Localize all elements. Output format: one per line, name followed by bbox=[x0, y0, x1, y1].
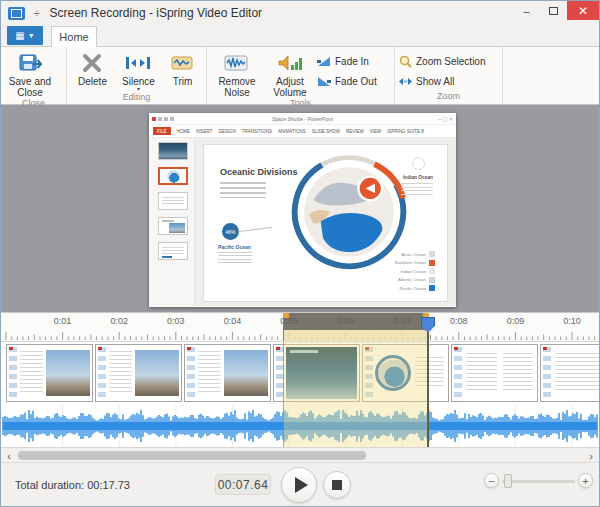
app-icon bbox=[8, 7, 25, 20]
legend-row: Atlantic Ocean bbox=[395, 277, 435, 283]
ribbon-group-zoom: Zoom Selection Show All Zoom bbox=[395, 47, 503, 104]
slide-title: Oceanic Divisions bbox=[220, 167, 298, 177]
legend-label: Southern Ocean bbox=[395, 260, 426, 265]
save-and-close-label: Save and Close bbox=[5, 76, 55, 98]
pacific-ocean-text bbox=[218, 252, 252, 264]
ppt-slide-panel bbox=[149, 138, 195, 306]
play-button[interactable] bbox=[281, 467, 317, 503]
close-button[interactable]: ✕ bbox=[567, 1, 599, 20]
indian-ocean-label: Indian Ocean bbox=[403, 175, 433, 180]
fade-out-icon bbox=[317, 76, 331, 87]
app-window: ÷ Screen Recording - iSpring Video Edito… bbox=[0, 0, 600, 507]
minimize-button[interactable]: – bbox=[513, 1, 540, 20]
delete-button[interactable]: Delete bbox=[71, 49, 114, 87]
quick-access-icon[interactable]: ÷ bbox=[34, 8, 40, 19]
scroll-left-arrow[interactable]: ‹ bbox=[3, 449, 15, 462]
zoom-in-button[interactable]: + bbox=[578, 473, 593, 488]
tab-home[interactable]: Home bbox=[51, 26, 97, 47]
legend-label: Arctic Ocean bbox=[401, 252, 426, 257]
group-label-zoom: Zoom bbox=[395, 91, 502, 104]
ppt-current-slide: Oceanic Divisions bbox=[203, 144, 448, 302]
adjust-volume-button[interactable]: Adjust Volume bbox=[265, 49, 315, 98]
zoom-slider-handle[interactable] bbox=[504, 474, 512, 488]
app-menu-button[interactable]: ▦ ▼ bbox=[7, 26, 43, 45]
trim-button[interactable]: Trim bbox=[163, 49, 202, 87]
timeline-selection-ruler[interactable] bbox=[283, 313, 429, 341]
ppt-tab-insert: INSERT bbox=[196, 129, 212, 134]
trim-label: Trim bbox=[173, 76, 193, 87]
filmstrip-frame-ocean[interactable] bbox=[273, 344, 360, 402]
chevron-down-icon: ▼ bbox=[28, 32, 35, 39]
fade-out-button[interactable]: Fade Out bbox=[317, 73, 377, 89]
audio-waveform-track[interactable] bbox=[1, 405, 599, 447]
ppt-tab-slide-show: SLIDE SHOW bbox=[312, 129, 340, 134]
ppt-tab-file: FILE bbox=[153, 127, 171, 135]
ppt-tab-view: VIEW bbox=[370, 129, 382, 134]
save-and-close-button[interactable]: Save and Close bbox=[5, 49, 55, 98]
fade-out-label: Fade Out bbox=[335, 76, 377, 87]
ribbon-tab-row: ▦ ▼ Home bbox=[1, 25, 599, 46]
silence-icon bbox=[125, 51, 151, 75]
delete-icon bbox=[81, 51, 103, 75]
filmstrip-frame-textdark[interactable] bbox=[540, 344, 600, 402]
legend-swatch bbox=[429, 277, 435, 283]
ppt-window-title: Space Shuttle - PowerPoint bbox=[149, 116, 456, 122]
adjust-volume-label: Adjust Volume bbox=[265, 76, 315, 98]
ribbon-group-tools: Remove Noise Adjust Volume Fade In F bbox=[207, 47, 395, 104]
show-all-icon bbox=[399, 75, 412, 88]
maximize-icon bbox=[549, 7, 558, 15]
show-all-button[interactable]: Show All bbox=[399, 73, 485, 89]
silence-button[interactable]: Silence ▾ bbox=[116, 49, 161, 92]
video-filmstrip-track[interactable] bbox=[1, 342, 599, 405]
indian-ocean-icon bbox=[412, 157, 425, 170]
zoom-selection-button[interactable]: Zoom Selection bbox=[399, 53, 485, 69]
legend-label: Indian Ocean bbox=[400, 269, 426, 274]
remove-noise-label: Remove Noise bbox=[211, 76, 263, 98]
zoom-slider-track[interactable] bbox=[502, 480, 575, 483]
filmstrip-frame-text[interactable] bbox=[451, 344, 538, 402]
fade-in-button[interactable]: Fade In bbox=[317, 53, 377, 69]
pacific-percentage-badge: 46% bbox=[222, 223, 239, 240]
ppt-tab-animations: ANIMATIONS bbox=[278, 129, 306, 134]
scroll-right-arrow[interactable]: › bbox=[585, 449, 597, 462]
legend-swatch bbox=[429, 260, 435, 266]
save-icon bbox=[18, 51, 42, 75]
current-time-display: 00:07.64 bbox=[215, 474, 271, 495]
total-duration-label: Total duration: bbox=[15, 479, 84, 491]
ppt-slide-thumbnail bbox=[158, 217, 188, 235]
fade-in-icon bbox=[317, 56, 331, 67]
selection-left-handle[interactable] bbox=[283, 313, 289, 318]
filmstrip-frame-sky[interactable] bbox=[95, 344, 182, 402]
timeline-scrollbar[interactable]: ‹ › bbox=[1, 447, 599, 462]
remove-noise-button[interactable]: Remove Noise bbox=[211, 49, 263, 98]
zoom-selection-icon bbox=[399, 55, 412, 68]
ppt-tab-transitions: TRANSITIONS bbox=[242, 129, 272, 134]
maximize-button[interactable] bbox=[540, 1, 567, 20]
ppt-slide-thumbnail bbox=[158, 167, 188, 185]
ribbon-group-close: Save and Close Close bbox=[1, 47, 67, 104]
filmstrip-frame-globe[interactable] bbox=[362, 344, 449, 402]
ppt-slide-canvas: Oceanic Divisions bbox=[195, 138, 456, 306]
pacific-ocean-label: Pacific Ocean bbox=[218, 244, 251, 250]
zoom-out-button[interactable]: − bbox=[484, 473, 499, 488]
ribbon: Save and Close Close Delete Silence bbox=[1, 46, 599, 105]
ppt-tab-ispring-suite-8: iSPRING SUITE 8 bbox=[387, 129, 424, 134]
legend-label: Atlantic Ocean bbox=[398, 277, 426, 282]
total-duration: Total duration: 00:17.73 bbox=[15, 479, 130, 491]
ppt-tab-home: HOME bbox=[177, 129, 191, 134]
ribbon-group-editing: Delete Silence ▾ Trim Editing bbox=[67, 47, 207, 104]
ppt-title-bar: Space Shuttle - PowerPoint – ▢ ✕ bbox=[149, 113, 456, 125]
scrollbar-thumb[interactable] bbox=[18, 451, 366, 460]
slide-body-text bbox=[220, 182, 266, 198]
ppt-slide-thumbnail bbox=[158, 142, 188, 160]
filmstrip-frame-sky[interactable] bbox=[184, 344, 271, 402]
legend-swatch bbox=[429, 251, 435, 257]
filmstrip-frame-sky[interactable] bbox=[6, 344, 93, 402]
adjust-volume-icon bbox=[277, 51, 303, 75]
fade-in-label: Fade In bbox=[335, 56, 369, 67]
group-label-editing: Editing bbox=[67, 92, 206, 104]
stop-button[interactable] bbox=[323, 471, 351, 499]
total-duration-value: 00:17.73 bbox=[87, 479, 130, 491]
recorded-powerpoint-window: Space Shuttle - PowerPoint – ▢ ✕ FILEHOM… bbox=[149, 113, 456, 307]
app-menu-icon: ▦ bbox=[15, 31, 24, 41]
